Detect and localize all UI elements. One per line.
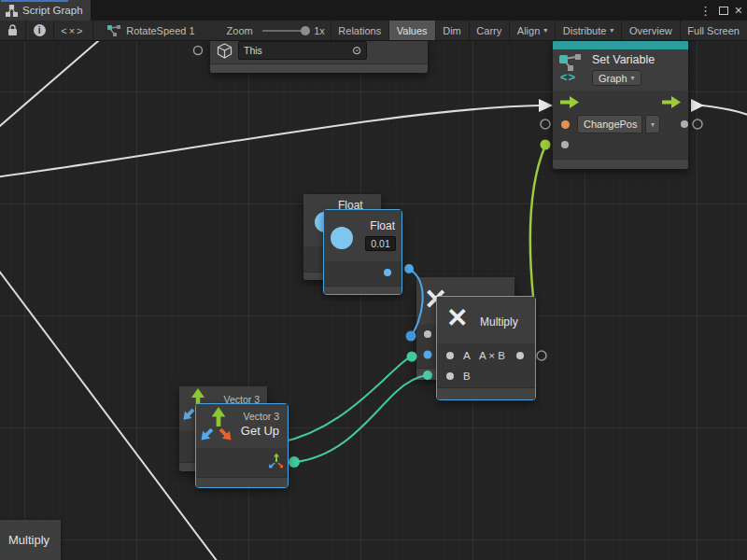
dim-button[interactable]: Dim bbox=[435, 21, 469, 40]
multiply-back-port-c[interactable] bbox=[423, 371, 432, 380]
code-chevrons-icon: <> bbox=[560, 70, 576, 84]
chevron-down-icon: ▾ bbox=[651, 120, 655, 129]
code-preview-toggle[interactable]: <×> bbox=[53, 21, 92, 40]
wire-arrowhead-exit bbox=[691, 99, 704, 112]
maximize-icon bbox=[719, 7, 728, 15]
chevron-down-icon: ▾ bbox=[610, 26, 613, 35]
button-label: Distribute bbox=[563, 25, 606, 36]
multiply-port-a-label: A bbox=[463, 350, 471, 361]
multiply-input-a-ball[interactable] bbox=[406, 331, 416, 342]
exec-output-arrow[interactable] bbox=[662, 96, 681, 108]
overview-button[interactable]: Overview bbox=[622, 21, 680, 40]
window-maximize-button[interactable] bbox=[719, 0, 728, 21]
vector3-output-icon[interactable] bbox=[267, 453, 283, 469]
this-object-field[interactable]: This ⊙ bbox=[238, 41, 367, 60]
wire-white-steep bbox=[0, 41, 105, 131]
multiply-output-port[interactable] bbox=[516, 352, 524, 359]
relations-button[interactable]: Relations bbox=[331, 21, 388, 40]
variable-name-port[interactable] bbox=[561, 120, 570, 129]
chevron-down-icon: ▾ bbox=[543, 26, 547, 35]
wire-arrowhead-into-setvariable bbox=[539, 99, 553, 112]
multiply-footer bbox=[437, 387, 535, 399]
cube-icon bbox=[217, 43, 233, 59]
setvariable-left-empty-port[interactable] bbox=[541, 119, 550, 129]
zoom-slider-knob[interactable] bbox=[301, 26, 310, 35]
graph-asset-icon bbox=[107, 25, 120, 36]
chevron-down-icon: ▾ bbox=[631, 74, 635, 82]
info-icon: i bbox=[34, 24, 46, 36]
wire-multiply-to-setvariable bbox=[530, 146, 545, 297]
code-toggle-icon: <×> bbox=[61, 25, 84, 36]
close-icon: × bbox=[735, 3, 742, 18]
float-icon bbox=[331, 227, 353, 249]
float-node[interactable]: Float 0.01 bbox=[324, 210, 402, 294]
zoom-label-text: Zoom bbox=[227, 25, 253, 36]
node-tooltip: Multiply bbox=[0, 520, 61, 560]
button-label: Values bbox=[397, 25, 428, 36]
zoom-slider[interactable] bbox=[262, 30, 306, 32]
setvariable-value-ball[interactable] bbox=[541, 140, 551, 150]
multiply-node[interactable]: ✕ Multiply A A × B B bbox=[437, 297, 535, 399]
script-graph-icon bbox=[6, 5, 18, 17]
wire-getup-back-to-multiply bbox=[280, 357, 412, 442]
window-menu-button[interactable]: ⋮ bbox=[699, 0, 712, 21]
setvariable-right-empty-port[interactable] bbox=[693, 119, 702, 129]
multiply-icon: ✕ bbox=[446, 302, 468, 333]
button-label: Align bbox=[517, 25, 540, 36]
button-label: Full Screen bbox=[687, 25, 740, 36]
multiply-back-port-b[interactable] bbox=[424, 351, 432, 359]
graph-variable-band bbox=[553, 41, 688, 49]
graph-canvas[interactable]: Float Float 0.01 ✕ ✕ Multiply A A × B bbox=[0, 41, 747, 560]
tab-script-graph[interactable]: Script Graph bbox=[0, 0, 91, 21]
this-node[interactable]: This ⊙ bbox=[210, 41, 428, 73]
object-picker-icon[interactable]: ⊙ bbox=[352, 44, 361, 57]
multiply-input-b-ball[interactable] bbox=[407, 352, 417, 362]
getup-output-ball[interactable] bbox=[289, 456, 300, 468]
float-value-field[interactable]: 0.01 bbox=[365, 236, 396, 251]
tab-title: Script Graph bbox=[22, 5, 83, 16]
lock-icon bbox=[7, 24, 18, 36]
multiply-back-port-a[interactable] bbox=[424, 330, 431, 338]
multiply-port-a[interactable] bbox=[446, 352, 454, 359]
fullscreen-button[interactable]: Full Screen bbox=[680, 21, 747, 40]
kebab-menu-icon: ⋮ bbox=[699, 4, 712, 18]
wire-float-to-multiply bbox=[409, 269, 423, 336]
lock-button[interactable] bbox=[0, 21, 25, 40]
getup-node[interactable]: Vector 3 Get Up bbox=[196, 404, 288, 487]
multiply-port-b-label: B bbox=[463, 371, 471, 382]
window-close-button[interactable]: × bbox=[735, 0, 742, 21]
setvariable-value-port[interactable] bbox=[561, 141, 569, 148]
script-graph-window: Float Float 0.01 ✕ ✕ Multiply A A × B bbox=[0, 0, 747, 560]
toolbar-separator bbox=[92, 21, 93, 40]
variable-kind-dropdown[interactable]: Graph ▾ bbox=[592, 70, 641, 86]
align-dropdown[interactable]: Align ▾ bbox=[510, 21, 555, 40]
zoom-value-text: 1x bbox=[314, 25, 325, 36]
button-label: Overview bbox=[629, 25, 672, 36]
this-node-empty-port[interactable] bbox=[194, 47, 203, 55]
setvariable-output-port[interactable] bbox=[681, 120, 688, 128]
wire-white-exit-right bbox=[702, 105, 747, 116]
values-button[interactable]: Values bbox=[389, 21, 435, 40]
button-label: Dim bbox=[443, 25, 461, 36]
info-button[interactable]: i bbox=[26, 21, 53, 40]
button-label: Carry bbox=[476, 25, 501, 36]
set-variable-node[interactable]: <> Set Variable Graph ▾ ChangePos ▾ bbox=[553, 41, 688, 169]
float-output-ball[interactable] bbox=[404, 264, 414, 273]
float-title: Float bbox=[370, 219, 395, 232]
setvariable-footer bbox=[553, 159, 688, 169]
variable-name-dropdown[interactable]: ChangePos bbox=[577, 115, 642, 133]
distribute-dropdown[interactable]: Distribute ▾ bbox=[556, 21, 621, 40]
float-output-port[interactable] bbox=[384, 269, 391, 276]
multiply-title: Multiply bbox=[480, 315, 518, 329]
carry-button[interactable]: Carry bbox=[469, 21, 509, 40]
tab-active-accent bbox=[1, 0, 68, 2]
variable-name-value: ChangePos bbox=[584, 119, 638, 130]
variable-name-caret-button[interactable]: ▾ bbox=[645, 115, 660, 133]
tooltip-label: Multiply bbox=[8, 533, 49, 547]
exec-input-arrow[interactable] bbox=[560, 96, 579, 108]
graph-breadcrumb[interactable]: RotateSpeed 1 bbox=[100, 21, 202, 40]
setvariable-title: Set Variable bbox=[592, 53, 655, 66]
wire-white-descending bbox=[0, 262, 220, 560]
multiply-port-b[interactable] bbox=[446, 372, 454, 380]
multiply-output-empty-port[interactable] bbox=[537, 351, 546, 360]
